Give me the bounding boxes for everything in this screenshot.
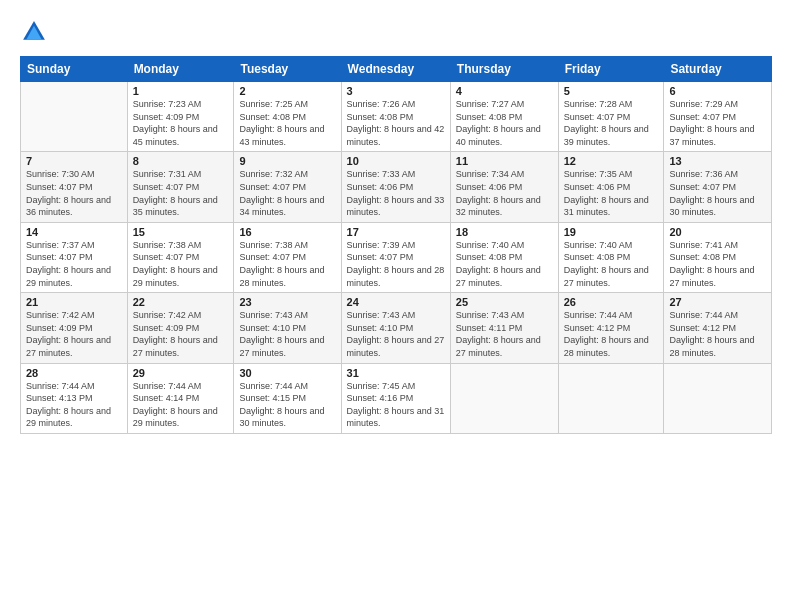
calendar-week-row: 14Sunrise: 7:37 AMSunset: 4:07 PMDayligh…: [21, 222, 772, 292]
calendar-day-cell: 16Sunrise: 7:38 AMSunset: 4:07 PMDayligh…: [234, 222, 341, 292]
day-number: 24: [347, 296, 445, 308]
calendar-day-cell: 23Sunrise: 7:43 AMSunset: 4:10 PMDayligh…: [234, 293, 341, 363]
day-info: Sunrise: 7:29 AMSunset: 4:07 PMDaylight:…: [669, 98, 766, 148]
day-info: Sunrise: 7:41 AMSunset: 4:08 PMDaylight:…: [669, 239, 766, 289]
day-number: 17: [347, 226, 445, 238]
calendar-day-cell: 7Sunrise: 7:30 AMSunset: 4:07 PMDaylight…: [21, 152, 128, 222]
weekday-header: Saturday: [664, 57, 772, 82]
day-number: 19: [564, 226, 659, 238]
day-number: 5: [564, 85, 659, 97]
day-number: 28: [26, 367, 122, 379]
calendar-table: SundayMondayTuesdayWednesdayThursdayFrid…: [20, 56, 772, 434]
day-info: Sunrise: 7:40 AMSunset: 4:08 PMDaylight:…: [564, 239, 659, 289]
calendar-day-cell: 9Sunrise: 7:32 AMSunset: 4:07 PMDaylight…: [234, 152, 341, 222]
day-number: 21: [26, 296, 122, 308]
day-number: 2: [239, 85, 335, 97]
day-info: Sunrise: 7:26 AMSunset: 4:08 PMDaylight:…: [347, 98, 445, 148]
day-info: Sunrise: 7:44 AMSunset: 4:15 PMDaylight:…: [239, 380, 335, 430]
calendar-day-cell: 12Sunrise: 7:35 AMSunset: 4:06 PMDayligh…: [558, 152, 664, 222]
day-number: 15: [133, 226, 229, 238]
calendar-day-cell: 15Sunrise: 7:38 AMSunset: 4:07 PMDayligh…: [127, 222, 234, 292]
day-number: 30: [239, 367, 335, 379]
calendar-day-cell: 14Sunrise: 7:37 AMSunset: 4:07 PMDayligh…: [21, 222, 128, 292]
calendar-day-cell: [558, 363, 664, 433]
day-number: 20: [669, 226, 766, 238]
calendar-week-row: 21Sunrise: 7:42 AMSunset: 4:09 PMDayligh…: [21, 293, 772, 363]
day-number: 8: [133, 155, 229, 167]
weekday-header: Wednesday: [341, 57, 450, 82]
calendar-day-cell: 10Sunrise: 7:33 AMSunset: 4:06 PMDayligh…: [341, 152, 450, 222]
calendar-day-cell: 22Sunrise: 7:42 AMSunset: 4:09 PMDayligh…: [127, 293, 234, 363]
day-info: Sunrise: 7:33 AMSunset: 4:06 PMDaylight:…: [347, 168, 445, 218]
weekday-header: Thursday: [450, 57, 558, 82]
day-number: 27: [669, 296, 766, 308]
day-number: 3: [347, 85, 445, 97]
weekday-header: Friday: [558, 57, 664, 82]
day-info: Sunrise: 7:23 AMSunset: 4:09 PMDaylight:…: [133, 98, 229, 148]
day-info: Sunrise: 7:42 AMSunset: 4:09 PMDaylight:…: [133, 309, 229, 359]
day-info: Sunrise: 7:45 AMSunset: 4:16 PMDaylight:…: [347, 380, 445, 430]
day-info: Sunrise: 7:28 AMSunset: 4:07 PMDaylight:…: [564, 98, 659, 148]
calendar-day-cell: [21, 82, 128, 152]
day-info: Sunrise: 7:44 AMSunset: 4:12 PMDaylight:…: [669, 309, 766, 359]
weekday-header: Tuesday: [234, 57, 341, 82]
day-number: 16: [239, 226, 335, 238]
calendar-day-cell: 6Sunrise: 7:29 AMSunset: 4:07 PMDaylight…: [664, 82, 772, 152]
calendar-day-cell: [450, 363, 558, 433]
day-info: Sunrise: 7:32 AMSunset: 4:07 PMDaylight:…: [239, 168, 335, 218]
day-number: 11: [456, 155, 553, 167]
day-number: 10: [347, 155, 445, 167]
calendar-week-row: 1Sunrise: 7:23 AMSunset: 4:09 PMDaylight…: [21, 82, 772, 152]
calendar-day-cell: [664, 363, 772, 433]
calendar-day-cell: 18Sunrise: 7:40 AMSunset: 4:08 PMDayligh…: [450, 222, 558, 292]
day-number: 9: [239, 155, 335, 167]
day-info: Sunrise: 7:39 AMSunset: 4:07 PMDaylight:…: [347, 239, 445, 289]
calendar-day-cell: 25Sunrise: 7:43 AMSunset: 4:11 PMDayligh…: [450, 293, 558, 363]
day-number: 23: [239, 296, 335, 308]
day-info: Sunrise: 7:31 AMSunset: 4:07 PMDaylight:…: [133, 168, 229, 218]
day-info: Sunrise: 7:27 AMSunset: 4:08 PMDaylight:…: [456, 98, 553, 148]
day-number: 12: [564, 155, 659, 167]
calendar-day-cell: 5Sunrise: 7:28 AMSunset: 4:07 PMDaylight…: [558, 82, 664, 152]
day-number: 4: [456, 85, 553, 97]
day-info: Sunrise: 7:42 AMSunset: 4:09 PMDaylight:…: [26, 309, 122, 359]
day-info: Sunrise: 7:44 AMSunset: 4:14 PMDaylight:…: [133, 380, 229, 430]
day-info: Sunrise: 7:40 AMSunset: 4:08 PMDaylight:…: [456, 239, 553, 289]
day-number: 26: [564, 296, 659, 308]
calendar-day-cell: 13Sunrise: 7:36 AMSunset: 4:07 PMDayligh…: [664, 152, 772, 222]
day-info: Sunrise: 7:43 AMSunset: 4:11 PMDaylight:…: [456, 309, 553, 359]
day-number: 1: [133, 85, 229, 97]
day-info: Sunrise: 7:37 AMSunset: 4:07 PMDaylight:…: [26, 239, 122, 289]
day-info: Sunrise: 7:35 AMSunset: 4:06 PMDaylight:…: [564, 168, 659, 218]
calendar-day-cell: 19Sunrise: 7:40 AMSunset: 4:08 PMDayligh…: [558, 222, 664, 292]
calendar-header-row: SundayMondayTuesdayWednesdayThursdayFrid…: [21, 57, 772, 82]
generalblue-logo-icon: [20, 18, 48, 46]
day-number: 25: [456, 296, 553, 308]
page: SundayMondayTuesdayWednesdayThursdayFrid…: [0, 0, 792, 612]
calendar-day-cell: 4Sunrise: 7:27 AMSunset: 4:08 PMDaylight…: [450, 82, 558, 152]
calendar-day-cell: 28Sunrise: 7:44 AMSunset: 4:13 PMDayligh…: [21, 363, 128, 433]
day-number: 29: [133, 367, 229, 379]
calendar-day-cell: 20Sunrise: 7:41 AMSunset: 4:08 PMDayligh…: [664, 222, 772, 292]
day-number: 22: [133, 296, 229, 308]
calendar-day-cell: 17Sunrise: 7:39 AMSunset: 4:07 PMDayligh…: [341, 222, 450, 292]
day-info: Sunrise: 7:43 AMSunset: 4:10 PMDaylight:…: [347, 309, 445, 359]
calendar-day-cell: 30Sunrise: 7:44 AMSunset: 4:15 PMDayligh…: [234, 363, 341, 433]
day-number: 13: [669, 155, 766, 167]
day-info: Sunrise: 7:43 AMSunset: 4:10 PMDaylight:…: [239, 309, 335, 359]
calendar-day-cell: 8Sunrise: 7:31 AMSunset: 4:07 PMDaylight…: [127, 152, 234, 222]
day-info: Sunrise: 7:36 AMSunset: 4:07 PMDaylight:…: [669, 168, 766, 218]
logo: [20, 18, 52, 46]
weekday-header: Sunday: [21, 57, 128, 82]
calendar-day-cell: 1Sunrise: 7:23 AMSunset: 4:09 PMDaylight…: [127, 82, 234, 152]
day-info: Sunrise: 7:38 AMSunset: 4:07 PMDaylight:…: [239, 239, 335, 289]
calendar-week-row: 7Sunrise: 7:30 AMSunset: 4:07 PMDaylight…: [21, 152, 772, 222]
day-info: Sunrise: 7:30 AMSunset: 4:07 PMDaylight:…: [26, 168, 122, 218]
day-number: 31: [347, 367, 445, 379]
day-info: Sunrise: 7:34 AMSunset: 4:06 PMDaylight:…: [456, 168, 553, 218]
calendar-day-cell: 21Sunrise: 7:42 AMSunset: 4:09 PMDayligh…: [21, 293, 128, 363]
calendar-day-cell: 27Sunrise: 7:44 AMSunset: 4:12 PMDayligh…: [664, 293, 772, 363]
day-number: 18: [456, 226, 553, 238]
calendar-week-row: 28Sunrise: 7:44 AMSunset: 4:13 PMDayligh…: [21, 363, 772, 433]
calendar-day-cell: 24Sunrise: 7:43 AMSunset: 4:10 PMDayligh…: [341, 293, 450, 363]
